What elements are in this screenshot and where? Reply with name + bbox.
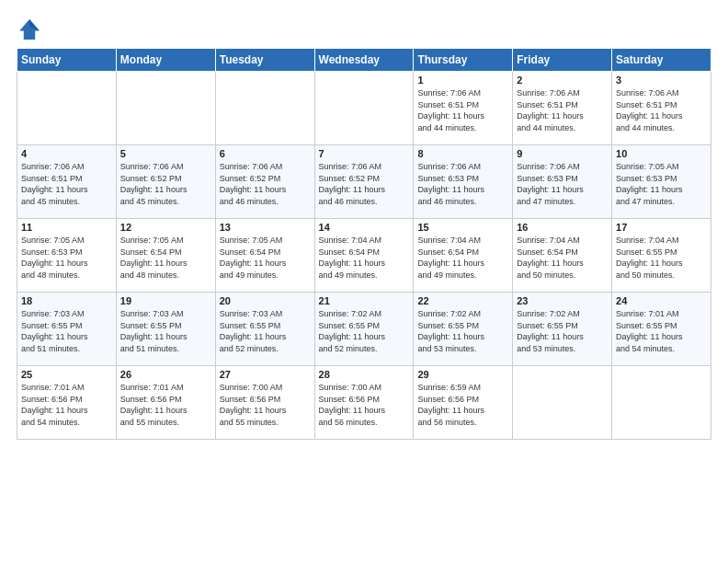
calendar-cell: 14Sunrise: 7:04 AM Sunset: 6:54 PM Dayli… <box>314 219 414 293</box>
day-number: 20 <box>220 295 311 306</box>
day-info: Sunrise: 7:03 AM Sunset: 6:55 PM Dayligh… <box>120 308 211 354</box>
calendar-week-2: 4Sunrise: 7:06 AM Sunset: 6:51 PM Daylig… <box>17 145 711 219</box>
day-number: 24 <box>616 295 707 306</box>
day-info: Sunrise: 7:06 AM Sunset: 6:51 PM Dayligh… <box>517 87 608 133</box>
day-number: 25 <box>21 369 112 380</box>
day-number: 21 <box>319 295 410 306</box>
calendar-header-tuesday: Tuesday <box>215 49 314 72</box>
day-info: Sunrise: 7:04 AM Sunset: 6:55 PM Dayligh… <box>616 235 707 281</box>
calendar-cell <box>612 366 711 440</box>
day-info: Sunrise: 7:05 AM Sunset: 6:54 PM Dayligh… <box>120 235 211 281</box>
calendar-cell: 23Sunrise: 7:02 AM Sunset: 6:55 PM Dayli… <box>513 293 612 366</box>
day-info: Sunrise: 7:01 AM Sunset: 6:56 PM Dayligh… <box>120 382 211 428</box>
calendar-cell: 20Sunrise: 7:03 AM Sunset: 6:55 PM Dayli… <box>215 293 314 366</box>
day-number: 22 <box>417 295 508 306</box>
day-number: 3 <box>616 75 707 86</box>
calendar-header-monday: Monday <box>116 49 215 72</box>
calendar-cell <box>116 72 215 145</box>
day-number: 5 <box>120 148 211 159</box>
day-number: 9 <box>517 148 608 159</box>
calendar: SundayMondayTuesdayWednesdayThursdayFrid… <box>17 48 711 440</box>
day-number: 14 <box>319 222 410 233</box>
calendar-cell: 8Sunrise: 7:06 AM Sunset: 6:53 PM Daylig… <box>414 145 513 219</box>
day-info: Sunrise: 7:06 AM Sunset: 6:51 PM Dayligh… <box>616 87 707 133</box>
day-number: 16 <box>517 222 608 233</box>
day-number: 12 <box>120 222 211 233</box>
day-info: Sunrise: 7:06 AM Sunset: 6:52 PM Dayligh… <box>220 161 311 207</box>
day-number: 27 <box>220 369 311 380</box>
day-number: 28 <box>319 369 410 380</box>
day-number: 10 <box>616 148 707 159</box>
calendar-header-row: SundayMondayTuesdayWednesdayThursdayFrid… <box>17 49 711 72</box>
day-info: Sunrise: 7:06 AM Sunset: 6:53 PM Dayligh… <box>517 161 608 207</box>
day-info: Sunrise: 7:06 AM Sunset: 6:52 PM Dayligh… <box>319 161 410 207</box>
calendar-cell: 15Sunrise: 7:04 AM Sunset: 6:54 PM Dayli… <box>414 219 513 293</box>
day-info: Sunrise: 7:06 AM Sunset: 6:53 PM Dayligh… <box>417 161 508 207</box>
day-info: Sunrise: 7:01 AM Sunset: 6:55 PM Dayligh… <box>616 308 707 354</box>
calendar-header-wednesday: Wednesday <box>314 49 414 72</box>
calendar-cell <box>314 72 414 145</box>
page-header <box>17 17 711 42</box>
calendar-cell: 29Sunrise: 6:59 AM Sunset: 6:56 PM Dayli… <box>414 366 513 440</box>
calendar-header-saturday: Saturday <box>612 49 711 72</box>
day-info: Sunrise: 7:06 AM Sunset: 6:51 PM Dayligh… <box>21 161 112 207</box>
day-info: Sunrise: 7:02 AM Sunset: 6:55 PM Dayligh… <box>319 308 410 354</box>
day-number: 7 <box>319 148 410 159</box>
day-number: 18 <box>21 295 112 306</box>
day-info: Sunrise: 7:03 AM Sunset: 6:55 PM Dayligh… <box>220 308 311 354</box>
day-info: Sunrise: 6:59 AM Sunset: 6:56 PM Dayligh… <box>417 382 508 428</box>
calendar-cell: 21Sunrise: 7:02 AM Sunset: 6:55 PM Dayli… <box>314 293 414 366</box>
calendar-cell: 4Sunrise: 7:06 AM Sunset: 6:51 PM Daylig… <box>17 145 117 219</box>
calendar-cell: 1Sunrise: 7:06 AM Sunset: 6:51 PM Daylig… <box>414 72 513 145</box>
logo <box>17 17 46 42</box>
day-number: 29 <box>417 369 508 380</box>
calendar-header-friday: Friday <box>513 49 612 72</box>
calendar-cell: 3Sunrise: 7:06 AM Sunset: 6:51 PM Daylig… <box>612 72 711 145</box>
day-info: Sunrise: 7:02 AM Sunset: 6:55 PM Dayligh… <box>517 308 608 354</box>
day-info: Sunrise: 7:05 AM Sunset: 6:54 PM Dayligh… <box>220 235 311 281</box>
calendar-cell: 18Sunrise: 7:03 AM Sunset: 6:55 PM Dayli… <box>17 293 117 366</box>
day-number: 2 <box>517 75 608 86</box>
day-number: 8 <box>417 148 508 159</box>
day-info: Sunrise: 7:04 AM Sunset: 6:54 PM Dayligh… <box>417 235 508 281</box>
calendar-cell: 2Sunrise: 7:06 AM Sunset: 6:51 PM Daylig… <box>513 72 612 145</box>
calendar-cell <box>215 72 314 145</box>
calendar-cell: 5Sunrise: 7:06 AM Sunset: 6:52 PM Daylig… <box>116 145 215 219</box>
day-info: Sunrise: 7:04 AM Sunset: 6:54 PM Dayligh… <box>517 235 608 281</box>
logo-icon <box>17 17 42 42</box>
calendar-week-5: 25Sunrise: 7:01 AM Sunset: 6:56 PM Dayli… <box>17 366 711 440</box>
day-info: Sunrise: 7:04 AM Sunset: 6:54 PM Dayligh… <box>319 235 410 281</box>
calendar-week-4: 18Sunrise: 7:03 AM Sunset: 6:55 PM Dayli… <box>17 293 711 366</box>
calendar-cell: 25Sunrise: 7:01 AM Sunset: 6:56 PM Dayli… <box>17 366 117 440</box>
day-info: Sunrise: 7:03 AM Sunset: 6:55 PM Dayligh… <box>21 308 112 354</box>
day-info: Sunrise: 7:05 AM Sunset: 6:53 PM Dayligh… <box>21 235 112 281</box>
calendar-cell: 12Sunrise: 7:05 AM Sunset: 6:54 PM Dayli… <box>116 219 215 293</box>
calendar-cell: 10Sunrise: 7:05 AM Sunset: 6:53 PM Dayli… <box>612 145 711 219</box>
day-number: 26 <box>120 369 211 380</box>
calendar-week-3: 11Sunrise: 7:05 AM Sunset: 6:53 PM Dayli… <box>17 219 711 293</box>
calendar-cell: 13Sunrise: 7:05 AM Sunset: 6:54 PM Dayli… <box>215 219 314 293</box>
day-number: 11 <box>21 222 112 233</box>
calendar-cell: 22Sunrise: 7:02 AM Sunset: 6:55 PM Dayli… <box>414 293 513 366</box>
calendar-cell: 19Sunrise: 7:03 AM Sunset: 6:55 PM Dayli… <box>116 293 215 366</box>
calendar-week-1: 1Sunrise: 7:06 AM Sunset: 6:51 PM Daylig… <box>17 72 711 145</box>
calendar-cell: 17Sunrise: 7:04 AM Sunset: 6:55 PM Dayli… <box>612 219 711 293</box>
day-info: Sunrise: 7:01 AM Sunset: 6:56 PM Dayligh… <box>21 382 112 428</box>
day-number: 15 <box>417 222 508 233</box>
day-info: Sunrise: 7:05 AM Sunset: 6:53 PM Dayligh… <box>616 161 707 207</box>
day-number: 1 <box>417 75 508 86</box>
day-number: 6 <box>220 148 311 159</box>
calendar-cell: 9Sunrise: 7:06 AM Sunset: 6:53 PM Daylig… <box>513 145 612 219</box>
calendar-cell: 6Sunrise: 7:06 AM Sunset: 6:52 PM Daylig… <box>215 145 314 219</box>
calendar-cell: 26Sunrise: 7:01 AM Sunset: 6:56 PM Dayli… <box>116 366 215 440</box>
calendar-cell: 7Sunrise: 7:06 AM Sunset: 6:52 PM Daylig… <box>314 145 414 219</box>
calendar-cell <box>17 72 117 145</box>
day-info: Sunrise: 7:06 AM Sunset: 6:52 PM Dayligh… <box>120 161 211 207</box>
calendar-cell <box>513 366 612 440</box>
calendar-cell: 24Sunrise: 7:01 AM Sunset: 6:55 PM Dayli… <box>612 293 711 366</box>
calendar-header-thursday: Thursday <box>414 49 513 72</box>
day-info: Sunrise: 7:00 AM Sunset: 6:56 PM Dayligh… <box>319 382 410 428</box>
day-number: 19 <box>120 295 211 306</box>
calendar-cell: 27Sunrise: 7:00 AM Sunset: 6:56 PM Dayli… <box>215 366 314 440</box>
day-number: 17 <box>616 222 707 233</box>
